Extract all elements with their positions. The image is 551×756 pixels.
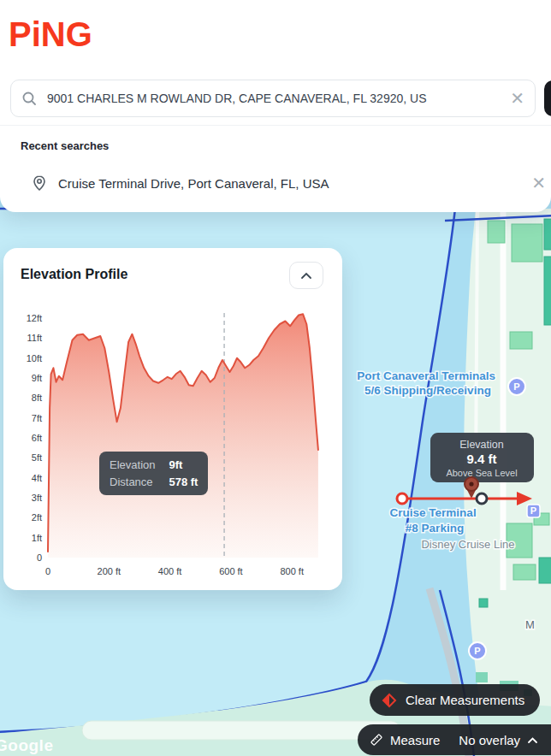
recent-searches-panel: Recent searches Cruise Terminal Drive, P… bbox=[0, 125, 551, 212]
map-label-disney-cruise-line: Disney Cruise Line bbox=[421, 538, 514, 551]
svg-text:3ft: 3ft bbox=[32, 493, 42, 503]
ruler-icon bbox=[370, 733, 383, 747]
header-panel: PiNG ✕ Recent searches Cruise Terminal D… bbox=[0, 0, 551, 212]
search-input[interactable] bbox=[45, 91, 501, 106]
overlay-selector[interactable]: No overlay bbox=[459, 733, 538, 747]
svg-text:P: P bbox=[530, 505, 536, 516]
chevron-up-icon bbox=[527, 736, 538, 744]
chart-tooltip-elevation-value: 9ft bbox=[169, 458, 198, 471]
svg-text:6ft: 6ft bbox=[32, 433, 42, 443]
elevation-profile-card: Elevation Profile 01ft2ft3ft4ft5ft6ft7ft… bbox=[3, 248, 342, 590]
svg-text:5ft: 5ft bbox=[32, 452, 42, 463]
svg-text:8ft: 8ft bbox=[32, 393, 42, 403]
app-root: P P P Port Canaveral Terminals 5/6 Shipp… bbox=[0, 0, 551, 756]
svg-text:9ft: 9ft bbox=[32, 373, 42, 383]
elevation-profile-title: Elevation Profile bbox=[21, 267, 127, 282]
measure-endpoint-end bbox=[477, 493, 487, 504]
location-pin-icon bbox=[31, 174, 48, 192]
clear-measurements-button[interactable]: Clear Measurements bbox=[370, 684, 540, 716]
svg-text:9.4 ft: 9.4 ft bbox=[466, 452, 496, 466]
svg-text:600 ft: 600 ft bbox=[219, 566, 243, 576]
recent-search-remove-icon[interactable]: ✕ bbox=[531, 174, 546, 192]
search-action-button[interactable] bbox=[544, 80, 551, 116]
chart-tooltip-distance-value: 578 ft bbox=[169, 475, 198, 488]
elevation-chart[interactable]: 01ft2ft3ft4ft5ft6ft7ft8ft9ft10ft11ft12ft… bbox=[9, 292, 337, 583]
svg-text:P: P bbox=[474, 646, 480, 656]
chart-tooltip: Elevation 9ft Distance 578 ft bbox=[99, 452, 208, 495]
overlay-label: No overlay bbox=[459, 733, 520, 747]
svg-text:0: 0 bbox=[45, 566, 50, 576]
elevation-chart-area[interactable]: 01ft2ft3ft4ft5ft6ft7ft8ft9ft10ft11ft12ft… bbox=[9, 292, 337, 583]
chart-tooltip-elevation-label: Elevation bbox=[110, 458, 155, 471]
svg-text:11ft: 11ft bbox=[27, 333, 42, 343]
parking-icon[interactable]: P bbox=[508, 378, 525, 395]
map-toolbar: Measure No overlay bbox=[358, 724, 551, 755]
brand-logo: PiNG bbox=[9, 15, 92, 54]
svg-text:12ft: 12ft bbox=[27, 313, 42, 323]
measure-button[interactable]: Measure bbox=[370, 733, 440, 747]
search-clear-icon[interactable]: ✕ bbox=[510, 90, 524, 107]
svg-text:1ft: 1ft bbox=[32, 533, 42, 543]
svg-text:Elevation: Elevation bbox=[459, 439, 503, 451]
recent-search-text: Cruise Terminal Drive, Port Canaveral, F… bbox=[58, 176, 521, 191]
svg-text:400 ft: 400 ft bbox=[158, 566, 182, 576]
collapse-chart-button[interactable] bbox=[289, 262, 323, 289]
svg-text:800 ft: 800 ft bbox=[280, 566, 304, 576]
svg-text:2ft: 2ft bbox=[32, 512, 42, 523]
chevron-up-icon bbox=[300, 272, 312, 280]
recent-search-item[interactable]: Cruise Terminal Drive, Port Canaveral, F… bbox=[21, 169, 546, 197]
svg-text:7ft: 7ft bbox=[32, 413, 42, 423]
search-bar[interactable]: ✕ bbox=[10, 80, 536, 117]
svg-text:200 ft: 200 ft bbox=[98, 566, 121, 576]
svg-text:0: 0 bbox=[37, 552, 42, 563]
svg-text:P: P bbox=[513, 381, 519, 392]
measure-endpoint-start bbox=[397, 493, 407, 504]
clear-measurements-label: Clear Measurements bbox=[406, 693, 524, 707]
google-logo: Google bbox=[0, 736, 53, 754]
recent-searches-title: Recent searches bbox=[21, 139, 546, 152]
svg-text:4ft: 4ft bbox=[32, 473, 42, 483]
chart-tooltip-distance-label: Distance bbox=[110, 475, 155, 488]
pier bbox=[82, 721, 400, 740]
svg-text:10ft: 10ft bbox=[27, 353, 42, 363]
svg-text:Above Sea Level: Above Sea Level bbox=[446, 468, 517, 478]
parking-icon-small[interactable]: P bbox=[527, 505, 540, 517]
parking-icon[interactable]: P bbox=[469, 642, 486, 659]
measure-label: Measure bbox=[390, 733, 440, 747]
map-label-m-poi: M bbox=[525, 618, 535, 631]
search-icon bbox=[21, 91, 37, 106]
eraser-icon bbox=[382, 693, 397, 708]
